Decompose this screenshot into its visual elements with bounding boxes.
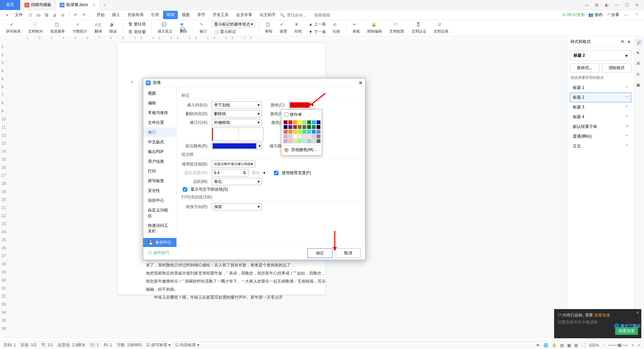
redo-icon[interactable]: ↷ <box>80 11 88 19</box>
maximize-icon[interactable]: ☐ <box>623 2 631 8</box>
more-icon[interactable]: ⋯ <box>623 11 630 19</box>
command-search-input[interactable] <box>287 13 314 17</box>
revise-button[interactable]: ✎修订 <box>197 21 210 35</box>
show-markup-button[interactable]: 📑显示标记 <box>212 28 255 35</box>
color-cell[interactable] <box>316 139 321 143</box>
pin-icon[interactable]: ⇱ <box>621 40 625 44</box>
backup-center-button[interactable]: 💾备份中心 <box>143 238 176 247</box>
color-cell[interactable] <box>312 134 316 139</box>
color-cell[interactable] <box>307 125 311 129</box>
color-cell[interactable] <box>283 125 288 129</box>
nav-trust[interactable]: 信任中心 <box>143 196 176 205</box>
status-section[interactable]: 节: 1/1 <box>41 342 53 348</box>
color-cell[interactable] <box>288 120 292 124</box>
tab-home[interactable]: 首页 <box>0 0 20 10</box>
next-change-button[interactable]: ▼下一条 <box>307 29 328 36</box>
approval-button[interactable]: 📋批改服务 <box>48 21 68 35</box>
status-content[interactable]: ☑ 内容检查 ▾ <box>175 342 199 348</box>
layers-tool-icon[interactable]: ▣ <box>636 83 642 89</box>
panel-close-icon[interactable]: ✕ <box>627 40 631 44</box>
insert-content-combo[interactable]: 单下划线▾ <box>212 101 262 109</box>
tab-document[interactable]: W 盼望着.docx × <box>56 0 100 10</box>
color-cell[interactable] <box>293 134 297 139</box>
color-cell[interactable] <box>316 134 321 139</box>
color-cell[interactable] <box>288 134 292 139</box>
menu-thesis[interactable]: 论文助手 <box>256 11 279 19</box>
reject-button[interactable]: ✘拒绝 <box>292 21 305 35</box>
by-author-checkbox[interactable] <box>284 112 288 117</box>
comment-color-picker[interactable]: ▾ <box>212 142 262 150</box>
color-cell[interactable] <box>312 125 316 129</box>
nav-filelocation[interactable]: 文件位置 <box>143 118 176 128</box>
color-cell[interactable] <box>307 120 311 124</box>
color-cell[interactable] <box>298 130 302 134</box>
new-icon[interactable]: 🗋 <box>27 11 34 19</box>
wordcount-button[interactable]: ≡字数统计 <box>70 21 90 35</box>
show-lines-checkbox[interactable] <box>183 187 187 192</box>
color-cell[interactable] <box>298 139 302 143</box>
color-cell[interactable] <box>288 125 292 129</box>
color-cell[interactable] <box>283 134 288 139</box>
view-outline-icon[interactable]: ▥ <box>574 343 578 348</box>
color-cell[interactable] <box>283 120 288 124</box>
menu-layout[interactable]: 页面布局 <box>124 11 147 19</box>
width-spinner[interactable]: 9.4⇅ <box>212 169 249 177</box>
accept-button[interactable]: ✔接受 <box>277 21 290 35</box>
color-cell[interactable] <box>307 139 311 143</box>
status-pageno[interactable]: 页码: 1 <box>3 342 16 348</box>
color-cell[interactable] <box>316 120 321 124</box>
nav-cjk[interactable]: 中文版式 <box>143 137 176 147</box>
insert-comment-button[interactable]: 💬插入批注 <box>155 21 175 35</box>
style-item-heading4[interactable]: 标题 4↵ <box>570 112 631 122</box>
color-cell[interactable] <box>283 139 288 143</box>
color-c-picker[interactable]: ▾ <box>289 101 315 109</box>
fit-icon[interactable]: ⛶ <box>581 343 585 348</box>
color-cell[interactable] <box>288 139 292 143</box>
color-cell[interactable] <box>293 139 297 143</box>
more-colors-button[interactable]: 🎨 其他颜色(M)... <box>283 145 320 154</box>
color-cell[interactable] <box>283 130 288 134</box>
revise-line-combo[interactable]: 外侧框线▾ <box>212 119 262 126</box>
prev-change-button[interactable]: ▲上一条 <box>307 21 328 28</box>
status-position[interactable]: 设置值: 2.9厘米 <box>58 342 86 348</box>
style-item-heading1[interactable]: 标题 1↵ <box>570 83 631 93</box>
color-cell[interactable] <box>316 130 321 134</box>
menu-devtools[interactable]: 开发工具 <box>209 11 232 19</box>
collapse-ribbon-icon[interactable]: ⌃ <box>633 11 641 19</box>
nav-print[interactable]: 打印 <box>143 166 176 176</box>
by-author-row[interactable]: 按作者 <box>283 111 320 118</box>
view-web-icon[interactable]: ▦ <box>567 343 571 348</box>
simplified-button[interactable]: 简简转繁 <box>126 29 148 36</box>
zoom-in-icon[interactable]: + <box>632 343 634 348</box>
color-cell[interactable] <box>302 125 307 129</box>
zoom-value[interactable]: 102% <box>589 343 599 348</box>
eye-icon[interactable]: 👁 <box>536 343 540 348</box>
nav-security[interactable]: 安全性 <box>143 186 176 196</box>
styles-tool-icon[interactable]: 🖊 <box>636 40 642 46</box>
menu-start[interactable]: 开始 <box>93 11 108 19</box>
menu-review[interactable]: 审阅 <box>163 11 178 19</box>
command-search[interactable]: 🔍 <box>280 13 314 17</box>
minimize-icon[interactable]: — <box>612 2 621 8</box>
nav-general[interactable]: 常规与保存 <box>143 108 176 118</box>
apps-icon[interactable]: ⊞ <box>592 2 601 8</box>
color-cell[interactable] <box>302 134 307 139</box>
color-cell[interactable] <box>307 130 311 134</box>
nav-qat[interactable]: 快速访问工具栏 <box>143 221 176 236</box>
doc-auth-button[interactable]: 🛡文档权限 <box>387 21 407 35</box>
color-cell[interactable] <box>316 125 321 129</box>
status-col[interactable]: 列: 1 <box>104 342 112 348</box>
color-cell[interactable] <box>293 125 297 129</box>
delete-content-combo[interactable]: 删除线▾ <box>212 110 262 117</box>
color-cell[interactable] <box>298 134 302 139</box>
color-cell[interactable] <box>293 120 297 124</box>
spellcheck-button[interactable]: ✔拼写检查 <box>3 21 23 35</box>
hand-icon[interactable]: ✋ <box>552 343 557 348</box>
coop-button[interactable]: 👥 协作 <box>588 12 602 18</box>
use-balloon-combo[interactable]: 在批注框中显示修订内容▾ <box>212 160 255 168</box>
color-cell[interactable] <box>302 130 307 134</box>
nav-tool-icon[interactable]: ◎ <box>636 72 642 78</box>
menu-reference[interactable]: 引用 <box>148 11 162 19</box>
translate-button[interactable]: A文翻译 <box>92 21 105 35</box>
hamburger-icon[interactable]: ≡ <box>3 11 11 19</box>
